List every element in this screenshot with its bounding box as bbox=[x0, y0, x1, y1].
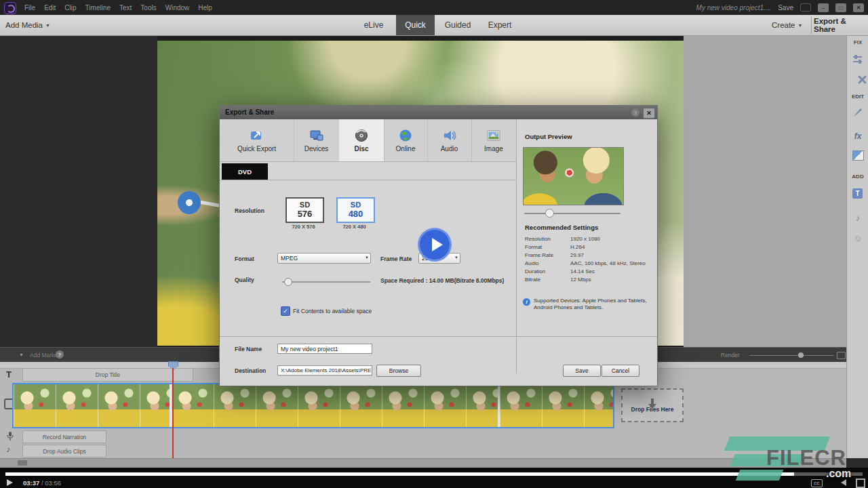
divider bbox=[220, 336, 657, 337]
minimize-button[interactable]: – bbox=[818, 3, 829, 12]
setting-value: 12 Mbps bbox=[570, 277, 591, 283]
quick-export-icon bbox=[250, 129, 264, 142]
destination-label: Destination bbox=[235, 367, 266, 374]
destination-input[interactable]: X:\Adobe Elements 2018\Assets\PRE 20 bbox=[277, 365, 372, 375]
clip-segment[interactable] bbox=[500, 384, 613, 427]
divider bbox=[516, 119, 517, 373]
timeline-scrollbar[interactable] bbox=[0, 458, 846, 468]
quality-slider-handle[interactable] bbox=[284, 278, 292, 286]
drop-files-zone[interactable]: Drop Files Here bbox=[621, 388, 684, 422]
export-share-button[interactable]: Export & Share bbox=[814, 15, 867, 35]
drop-audio-zone[interactable]: Drop Audio Clips bbox=[22, 445, 106, 458]
music-icon[interactable]: ♪ bbox=[852, 213, 863, 224]
transitions-icon[interactable] bbox=[852, 150, 864, 161]
preview-seek-slider[interactable] bbox=[524, 213, 620, 214]
fullscreen-icon[interactable] bbox=[856, 479, 865, 488]
browse-button[interactable]: Browse bbox=[376, 365, 421, 377]
sub-tab-dvd[interactable]: DVD bbox=[222, 163, 268, 180]
setting-label: Resolution bbox=[525, 236, 551, 242]
preview-seek-handle[interactable] bbox=[545, 209, 554, 218]
tab-quick[interactable]: Quick bbox=[396, 15, 435, 35]
timeline-scrollbar-thumb[interactable] bbox=[18, 460, 27, 466]
captions-icon[interactable]: CC bbox=[811, 479, 823, 487]
info-icon: i bbox=[523, 298, 530, 306]
resolution-caption-576: 720 X 576 bbox=[284, 224, 323, 230]
tab-audio[interactable]: Audio bbox=[427, 119, 472, 161]
player-progress-remaining[interactable] bbox=[794, 472, 863, 476]
help-icon[interactable]: ? bbox=[56, 350, 64, 359]
fix-tools-icon[interactable] bbox=[852, 75, 863, 85]
fit-contents-checkbox[interactable]: ✓ bbox=[281, 306, 290, 316]
menu-help[interactable]: Help bbox=[198, 4, 212, 12]
tab-disc[interactable]: Disc bbox=[339, 119, 384, 161]
add-media-button[interactable]: Add Media▼ bbox=[5, 15, 50, 35]
timeline-zoom-icon bbox=[837, 352, 846, 359]
tab-expert[interactable]: Expert bbox=[481, 15, 518, 35]
resolution-option-480[interactable]: SD480 bbox=[336, 197, 375, 223]
tab-image[interactable]: Image bbox=[471, 119, 516, 161]
tab-guided[interactable]: Guided bbox=[439, 15, 476, 35]
menu-tools[interactable]: Tools bbox=[140, 4, 156, 12]
create-button[interactable]: Create▼ bbox=[772, 15, 802, 35]
dialog-close-icon[interactable]: ✕ bbox=[643, 108, 655, 119]
current-time: 03:37 bbox=[23, 479, 39, 487]
playhead-line bbox=[172, 368, 174, 458]
mode-tab-bar: Add Media▼ eLive Quick Guided Expert Cre… bbox=[0, 15, 868, 36]
setting-value: 14.14 Sec bbox=[570, 268, 595, 274]
workspace-left-area bbox=[0, 35, 157, 347]
menu-edit[interactable]: Edit bbox=[44, 4, 56, 12]
quality-slider[interactable] bbox=[282, 281, 370, 283]
menu-window[interactable]: Window bbox=[165, 4, 190, 12]
menu-clip[interactable]: Clip bbox=[64, 4, 76, 12]
tab-devices[interactable]: Devices bbox=[294, 119, 340, 161]
setting-value: AAC, 160 kbps, 48 kHz, Stereo bbox=[570, 260, 646, 266]
adjust-icon[interactable] bbox=[852, 54, 863, 65]
tab-online[interactable]: Online bbox=[384, 119, 428, 161]
menu-text[interactable]: Text bbox=[119, 4, 132, 12]
cancel-button[interactable]: Cancel bbox=[601, 365, 639, 377]
effects-fx-icon[interactable]: fx bbox=[852, 131, 863, 142]
dropdown-arrow-icon: ▼ bbox=[365, 256, 369, 260]
quality-label: Quality bbox=[235, 277, 254, 283]
output-preview-title: Output Preview bbox=[525, 133, 572, 140]
disc-icon bbox=[354, 129, 369, 142]
clip-segment[interactable] bbox=[172, 384, 498, 427]
graphics-smiley-icon[interactable]: ☺ bbox=[852, 233, 863, 244]
resolution-label: Resolution bbox=[235, 207, 264, 214]
save-project-button[interactable]: Save bbox=[778, 4, 793, 12]
tab-quick-export[interactable]: Quick Export bbox=[220, 119, 294, 161]
selected-video-clip[interactable] bbox=[12, 383, 614, 428]
setting-value: 29.97 bbox=[570, 252, 584, 258]
volume-icon[interactable] bbox=[841, 479, 846, 486]
timeline-zoom-slider[interactable] bbox=[749, 355, 833, 356]
play-overlay-button[interactable] bbox=[418, 228, 452, 262]
recommended-settings-title: Recommended Settings bbox=[525, 224, 598, 231]
audio-track-icon: ♪ bbox=[6, 445, 10, 454]
save-button[interactable]: Save bbox=[563, 365, 601, 377]
tab-elive[interactable]: eLive bbox=[357, 15, 390, 35]
brush-icon[interactable] bbox=[852, 107, 863, 118]
setting-label: Audio bbox=[525, 260, 538, 266]
resolution-option-576[interactable]: SD576 bbox=[285, 197, 324, 223]
sidebar-section-fix: FIX bbox=[847, 39, 868, 45]
titles-icon[interactable]: T bbox=[852, 188, 863, 199]
render-button[interactable]: Render bbox=[721, 352, 740, 359]
player-play-icon[interactable] bbox=[7, 479, 13, 486]
timeline-zoom-handle[interactable] bbox=[798, 352, 804, 358]
drop-title-zone[interactable]: Drop Title bbox=[22, 368, 193, 382]
close-button[interactable]: ✕ bbox=[853, 3, 864, 12]
player-progress-played[interactable] bbox=[5, 472, 794, 476]
collapse-arrow-icon[interactable]: ▼ bbox=[19, 352, 24, 357]
menu-timeline[interactable]: Timeline bbox=[85, 4, 111, 12]
sync-icon bbox=[800, 3, 811, 12]
dropdown-arrow-icon: ▼ bbox=[454, 256, 458, 260]
menu-file[interactable]: File bbox=[24, 4, 35, 12]
dialog-help-icon[interactable]: ? bbox=[631, 108, 639, 117]
maximize-button[interactable]: □ bbox=[835, 3, 846, 12]
clip-segment[interactable] bbox=[14, 384, 170, 427]
online-globe-icon bbox=[398, 129, 413, 142]
sidebar-section-add: ADD bbox=[847, 174, 868, 180]
format-dropdown[interactable]: MPEG▼ bbox=[277, 253, 371, 264]
record-narration-zone[interactable]: Record Narration bbox=[22, 430, 106, 443]
file-name-input[interactable]: My new video project1 bbox=[277, 344, 372, 354]
